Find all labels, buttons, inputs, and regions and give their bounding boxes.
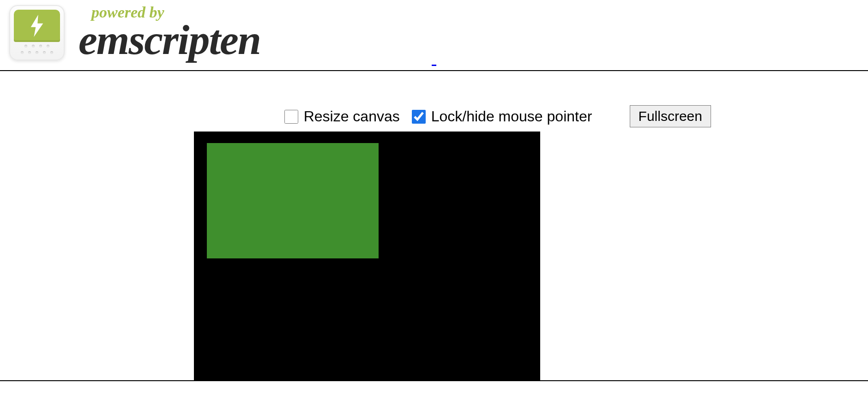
stage: Resize canvas Lock/hide mouse pointer Fu… — [0, 71, 868, 381]
header: powered by emscripten — [0, 0, 868, 61]
fullscreen-button[interactable]: Fullscreen — [630, 105, 711, 127]
controls-row: Resize canvas Lock/hide mouse pointer Fu… — [0, 108, 868, 132]
lock-pointer-checkbox[interactable] — [412, 110, 426, 124]
canvas-green-rect — [207, 143, 379, 258]
canvas-area[interactable] — [194, 132, 540, 381]
lightning-bolt-icon — [29, 15, 45, 37]
brand-wordmark: powered by emscripten — [78, 5, 260, 61]
resize-canvas-label[interactable]: Resize canvas — [304, 108, 400, 125]
emscripten-bolt-icon — [9, 5, 65, 60]
resize-canvas-checkbox[interactable] — [284, 110, 298, 124]
section-divider-bottom — [0, 380, 868, 381]
lock-pointer-label[interactable]: Lock/hide mouse pointer — [431, 108, 592, 125]
brand-name: emscripten — [78, 18, 260, 61]
header-link[interactable] — [432, 65, 436, 66]
